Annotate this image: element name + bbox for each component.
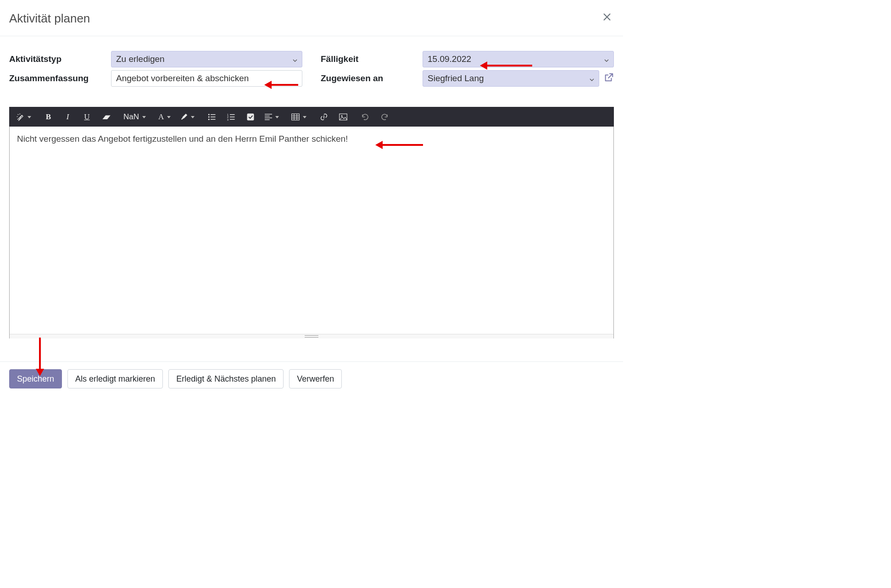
- style-magic-button[interactable]: [11, 109, 36, 125]
- external-link-icon: [604, 72, 614, 83]
- svg-rect-16: [265, 119, 270, 120]
- italic-icon: I: [67, 112, 69, 122]
- checklist-button[interactable]: [241, 109, 260, 125]
- list-ul-icon: [208, 113, 216, 121]
- due-date-label: Fälligkeit: [321, 54, 423, 64]
- svg-rect-12: [247, 114, 254, 121]
- font-size-button[interactable]: NaN: [119, 109, 151, 125]
- chevron-down-icon: [293, 54, 297, 64]
- editor-toolbar: B I U NaN A: [9, 107, 614, 127]
- italic-button[interactable]: I: [58, 109, 78, 125]
- modal-body: Aktivitätstyp Zu erledigen Zusammenfassu…: [0, 36, 623, 338]
- svg-rect-3: [211, 116, 216, 117]
- due-date-value: 15.09.2022: [428, 54, 604, 64]
- activity-type-value: Zu erledigen: [116, 54, 293, 64]
- list-ol-icon: 123: [227, 113, 235, 121]
- svg-point-2: [208, 116, 210, 118]
- activity-type-label: Aktivitätstyp: [9, 54, 111, 64]
- schedule-activity-modal: Aktivität planen Aktivitätstyp Zu erledi…: [0, 0, 623, 396]
- assigned-to-label: Zugewiesen an: [321, 73, 423, 83]
- summary-input[interactable]: [111, 70, 302, 87]
- editor-text: Nicht vergessen das Angebot fertigzustel…: [17, 134, 348, 144]
- svg-rect-14: [265, 116, 270, 116]
- close-icon: [602, 12, 612, 22]
- unordered-list-button[interactable]: [202, 109, 222, 125]
- link-button[interactable]: [314, 109, 334, 125]
- align-left-icon: [265, 114, 272, 120]
- chevron-down-icon: [604, 54, 609, 64]
- svg-rect-13: [265, 114, 272, 114]
- undo-icon: [361, 113, 369, 121]
- magic-wand-icon: [16, 113, 24, 121]
- undo-button[interactable]: [356, 109, 375, 125]
- svg-rect-7: [230, 114, 235, 115]
- assigned-to-select[interactable]: Siegfried Lang: [423, 70, 599, 87]
- svg-point-23: [341, 115, 342, 116]
- form-col-right: Fälligkeit 15.09.2022 Zugewiesen an: [321, 51, 614, 89]
- highlight-button[interactable]: [176, 109, 200, 125]
- activity-type-select[interactable]: Zu erledigen: [111, 51, 302, 67]
- table-button[interactable]: [287, 109, 312, 125]
- discard-button[interactable]: Verwerfen: [289, 369, 342, 388]
- table-icon: [291, 113, 300, 121]
- check-square-icon: [246, 113, 255, 121]
- mark-done-button[interactable]: Als erledigt markieren: [67, 369, 163, 388]
- image-button[interactable]: [334, 109, 353, 125]
- editor-content[interactable]: Nicht vergessen das Angebot fertigzustel…: [9, 127, 614, 338]
- modal-header: Aktivität planen: [0, 0, 623, 36]
- save-button[interactable]: Speichern: [9, 369, 62, 388]
- svg-rect-15: [265, 117, 272, 118]
- svg-rect-1: [211, 114, 216, 115]
- done-and-next-button[interactable]: Erledigt & Nächstes planen: [168, 369, 284, 388]
- form-col-left: Aktivitätstyp Zu erledigen Zusammenfassu…: [9, 51, 302, 89]
- svg-rect-5: [211, 119, 216, 120]
- chevron-down-icon: [590, 73, 594, 83]
- bold-button[interactable]: B: [39, 109, 58, 125]
- due-date-field[interactable]: 15.09.2022: [423, 51, 614, 67]
- external-link-button[interactable]: [604, 72, 614, 85]
- font-color-icon: A: [158, 112, 164, 122]
- ordered-list-button[interactable]: 123: [222, 109, 241, 125]
- underline-button[interactable]: U: [78, 109, 97, 125]
- assigned-to-value: Siegfried Lang: [428, 73, 590, 83]
- svg-text:3: 3: [227, 118, 228, 121]
- underline-icon: U: [84, 112, 89, 122]
- form-grid: Aktivitätstyp Zu erledigen Zusammenfassu…: [9, 51, 614, 89]
- redo-icon: [380, 113, 389, 121]
- link-icon: [320, 113, 328, 121]
- align-button[interactable]: [260, 109, 284, 125]
- modal-title: Aktivität planen: [9, 11, 90, 26]
- image-icon: [339, 113, 347, 121]
- remove-format-button[interactable]: [97, 109, 116, 125]
- svg-rect-11: [230, 119, 235, 120]
- redo-button[interactable]: [375, 109, 394, 125]
- eraser-icon: [102, 114, 111, 120]
- bold-icon: B: [46, 112, 51, 122]
- summary-label: Zusammenfassung: [9, 73, 111, 83]
- svg-rect-17: [292, 114, 300, 120]
- editor-resize-handle[interactable]: [10, 334, 613, 338]
- modal-footer: Speichern Als erledigt markieren Erledig…: [0, 361, 623, 396]
- svg-rect-9: [230, 116, 235, 117]
- svg-point-4: [208, 119, 210, 120]
- font-color-button[interactable]: A: [154, 109, 176, 125]
- paint-brush-icon: [180, 113, 188, 121]
- svg-point-0: [208, 114, 210, 115]
- close-button[interactable]: [600, 10, 614, 27]
- font-size-label: NaN: [123, 112, 139, 122]
